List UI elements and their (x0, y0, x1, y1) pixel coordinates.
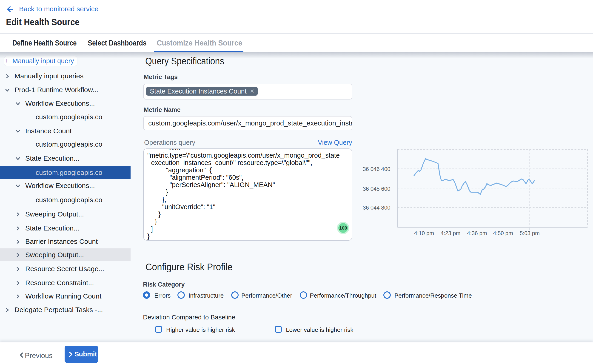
svg-text:5:03 pm: 5:03 pm (520, 230, 540, 236)
svg-text:36 045 600: 36 045 600 (363, 186, 390, 192)
svg-text:36 046 400: 36 046 400 (363, 166, 390, 172)
svg-text:36 044 800: 36 044 800 (363, 205, 390, 211)
svg-text:4:10 pm: 4:10 pm (414, 230, 434, 236)
svg-text:4:50 pm: 4:50 pm (493, 230, 513, 236)
svg-text:4:36 pm: 4:36 pm (467, 230, 487, 236)
svg-text:4:23 pm: 4:23 pm (441, 230, 461, 236)
